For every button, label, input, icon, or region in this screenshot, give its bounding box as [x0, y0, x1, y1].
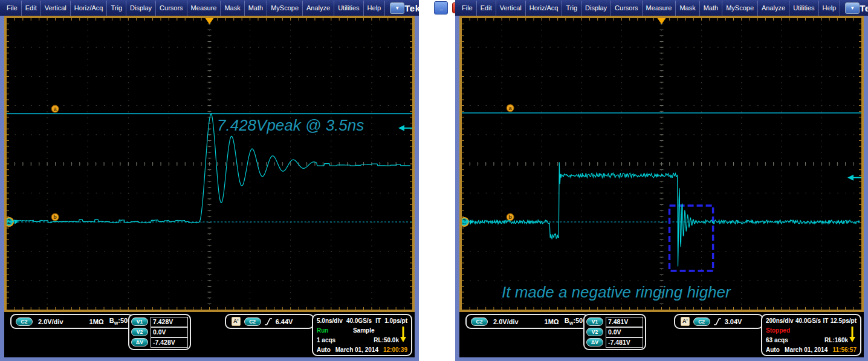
cursor-v2-badge: V2 — [586, 328, 603, 336]
channel-badge: C2 — [471, 317, 488, 326]
sample-rate: 40.0GS/s — [795, 317, 821, 324]
cursor-v2-value: 0.0V — [606, 327, 643, 337]
waveform-trace — [462, 162, 860, 266]
menu-item-edit[interactable]: Edit — [22, 1, 41, 16]
trigger-source-badge: C2 — [693, 317, 710, 326]
menu-item-mask[interactable]: Mask — [221, 1, 244, 16]
tek-logo: Tek — [404, 3, 420, 13]
trigger-level-arrow[interactable] — [398, 125, 404, 131]
cursor-v1-value: 7.428V — [151, 317, 188, 327]
menu-item-measure[interactable]: Measure — [187, 1, 221, 16]
trigger-source-badge: C2 — [244, 317, 261, 326]
menu-item-trig[interactable]: Trig — [107, 1, 126, 16]
acquisition-time: 12:00:39 — [383, 346, 407, 353]
cursor-v1-badge: V1 — [131, 317, 148, 326]
resolution: 1.0ps/pt — [384, 317, 407, 324]
acquisition-status: Stopped — [766, 327, 790, 334]
ringing-highlight-box — [670, 206, 713, 271]
menu-items: FileEditVerticalHoriz/AcqTrigDisplayCurs… — [3, 1, 385, 16]
channel-scale: 2.0V/div — [38, 318, 63, 325]
waveform-display[interactable]: ab2 — [462, 18, 861, 310]
acquisition-readout[interactable]: 5.0ns/div 40.0GS/s IT 1.0ps/pt Run Sampl… — [312, 314, 412, 356]
graticule: ab2 It made a negative ringing higher — [459, 16, 864, 312]
trigger-level: 6.44V — [276, 318, 293, 325]
scope-body: ab2 It made a negative ringing higher C2… — [455, 16, 868, 361]
menu-item-myscope[interactable]: MyScope — [722, 1, 758, 16]
menu-item-myscope[interactable]: MyScope — [267, 1, 303, 16]
menu-item-math[interactable]: Math — [700, 1, 722, 16]
menu-item-help[interactable]: Help — [364, 1, 386, 16]
sampling-mode: IT — [375, 317, 381, 324]
menu-item-vertical[interactable]: Vertical — [496, 1, 526, 16]
trigger-a-badge: A' — [232, 317, 241, 326]
cursor-dv-badge: ΔV — [131, 338, 148, 346]
acquisition-status: Run — [317, 327, 328, 334]
menu-overflow-button[interactable]: ▼ — [390, 2, 404, 14]
menu-item-math[interactable]: Math — [245, 1, 267, 16]
timebase-scale: 200ns/div — [766, 317, 794, 324]
trigger-level-arrow[interactable] — [847, 175, 853, 181]
acquisition-mode: Sample — [353, 327, 375, 334]
cursor-readout[interactable]: V17.481V V20.0V ΔV-7.481V — [583, 314, 646, 350]
record-length: RL:160k — [824, 337, 848, 343]
waveform-display[interactable]: ab2 — [7, 18, 412, 310]
resolution: 12.5ps/pt — [831, 317, 857, 324]
acquisition-date: March 01, 2014 — [335, 346, 378, 353]
acquisition-date: March 01, 2014 — [785, 346, 828, 353]
trigger-readout[interactable]: A' C2 6.44V — [225, 314, 314, 329]
menu-item-display[interactable]: Display — [581, 1, 611, 16]
channel-readout[interactable]: C2 2.0V/div 1MΩ BW:500M — [10, 314, 134, 329]
timebase-scale: 5.0ns/div — [317, 317, 343, 324]
menu-item-analyze[interactable]: Analyze — [758, 1, 789, 16]
channel-impedance: 1MΩ — [89, 318, 104, 325]
record-length: RL:50.0k — [374, 337, 399, 343]
menu-item-measure[interactable]: Measure — [643, 1, 676, 16]
menu-item-utilities[interactable]: Utilities — [789, 1, 818, 16]
menu-item-cursors[interactable]: Cursors — [156, 1, 187, 16]
menu-item-edit[interactable]: Edit — [477, 1, 496, 16]
cursor-b-label-text: b — [508, 214, 512, 220]
channel-impedance: 1MΩ — [545, 318, 559, 325]
tek-logo: Tek — [860, 3, 868, 13]
acquisition-count: 63 acqs — [766, 337, 788, 343]
menu-item-vertical[interactable]: Vertical — [41, 1, 71, 16]
acquisition-readout[interactable]: 200ns/div 40.0GS/s IT 12.5ps/pt Stopped … — [761, 314, 861, 356]
menu-overflow-button[interactable]: ▼ — [845, 2, 860, 14]
waveform-trace — [7, 114, 410, 223]
trigger-a-badge: A' — [681, 317, 690, 326]
menu-item-file[interactable]: File — [458, 1, 477, 16]
menu-item-help[interactable]: Help — [819, 1, 841, 16]
menu-items: FileEditVerticalHoriz/AcqTrigDisplayCurs… — [458, 1, 840, 16]
menu-item-trig[interactable]: Trig — [562, 1, 581, 16]
cursor-v2-value: 0.0V — [151, 327, 188, 337]
cursor-v1-value: 7.481V — [606, 317, 643, 327]
rising-edge-icon — [265, 317, 272, 326]
cursor-dv-badge: ΔV — [586, 338, 603, 346]
menu-item-horiz-acq[interactable]: Horiz/Acq — [526, 1, 563, 16]
menu-item-horiz-acq[interactable]: Horiz/Acq — [71, 1, 108, 16]
status-bar: C2 2.0V/div 1MΩ BW:500M V17.428V V20.0V … — [4, 312, 415, 357]
menu-item-utilities[interactable]: Utilities — [334, 1, 363, 16]
channel-readout[interactable]: C2 2.0V/div 1MΩ BW:500M — [465, 314, 589, 329]
menu-bar: FileEditVerticalHoriz/AcqTrigDisplayCurs… — [0, 0, 419, 16]
sampling-mode: IT — [823, 317, 828, 324]
menu-item-analyze[interactable]: Analyze — [303, 1, 334, 16]
trigger-readout[interactable]: A' C2 3.04V — [674, 314, 763, 329]
trigger-mode: Auto — [317, 346, 331, 353]
menu-item-display[interactable]: Display — [126, 1, 156, 16]
channel-scale: 2.0V/div — [493, 318, 519, 325]
channel-badge: C2 — [16, 317, 33, 326]
menu-item-mask[interactable]: Mask — [676, 1, 699, 16]
trigger-position-marker[interactable] — [205, 18, 213, 24]
trigger-level: 3.04V — [725, 318, 742, 325]
minimize-button[interactable]: _ — [434, 1, 448, 15]
trigger-position-marker[interactable] — [657, 18, 666, 24]
status-bar: C2 2.0V/div 1MΩ BW:500M V17.481V V20.0V … — [459, 312, 864, 357]
cursor-v2-badge: V2 — [131, 328, 148, 336]
graticule: ab2 7.428Vpeak @ 3.5ns — [4, 16, 415, 312]
cursor-dv-value: -7.481V — [606, 337, 643, 348]
menu-item-file[interactable]: File — [3, 1, 22, 16]
menu-item-cursors[interactable]: Cursors — [611, 1, 643, 16]
acquisition-time: 11:56:57 — [833, 346, 857, 353]
cursor-readout[interactable]: V17.428V V20.0V ΔV-7.428V — [128, 314, 191, 350]
